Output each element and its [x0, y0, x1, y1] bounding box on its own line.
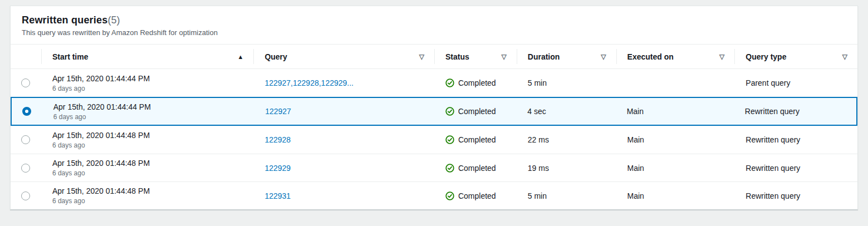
- column-header-label: Start time: [52, 52, 89, 61]
- status-badge: Completed: [445, 78, 496, 87]
- status-completed-icon: [445, 164, 454, 173]
- executed-on-cell: Main: [616, 126, 735, 154]
- duration-cell: 5 min: [517, 182, 616, 209]
- row-radio-button[interactable]: [21, 164, 30, 173]
- query-link[interactable]: 122927,122928,122929...: [264, 78, 354, 87]
- query-type-cell: Rewritten query: [734, 98, 856, 125]
- table-row[interactable]: Apr 15th, 2020 01:44:48 PM6 days ago1229…: [11, 126, 857, 154]
- column-header-query[interactable]: Query▽: [253, 45, 434, 68]
- table-row[interactable]: Apr 15th, 2020 01:44:48 PM6 days ago1229…: [11, 181, 857, 209]
- status-label: Completed: [458, 191, 496, 200]
- executed-on-value: Main: [627, 164, 644, 173]
- filter-icon[interactable]: ▽: [842, 53, 847, 61]
- column-header-label: Query: [264, 52, 287, 61]
- column-header-duration[interactable]: Duration▽: [517, 45, 616, 68]
- table-header-row: Start time▲Query▽Status▽Duration▽Execute…: [11, 45, 857, 69]
- row-radio-button[interactable]: [21, 135, 30, 144]
- query-link[interactable]: 122931: [264, 191, 291, 200]
- status-badge: Completed: [445, 191, 496, 200]
- start-time-value: Apr 15th, 2020 01:44:48 PM: [52, 158, 150, 168]
- status-badge: Completed: [445, 135, 496, 144]
- start-time-cell: Apr 15th, 2020 01:44:44 PM6 days ago: [41, 69, 253, 97]
- table-row[interactable]: Apr 15th, 2020 01:44:48 PM6 days ago1229…: [11, 154, 857, 181]
- column-header-executed-on[interactable]: Executed on▽: [616, 45, 735, 68]
- start-time-value: Apr 15th, 2020 01:44:48 PM: [52, 186, 150, 196]
- status-cell: Completed: [434, 69, 517, 97]
- panel-description: This query was rewritten by Amazon Redsh…: [22, 28, 846, 37]
- start-time-value: Apr 15th, 2020 01:44:48 PM: [52, 130, 150, 140]
- column-header-label: Duration: [528, 52, 560, 61]
- column-header-start-time[interactable]: Start time▲: [41, 45, 253, 68]
- executed-on-cell: Main: [616, 182, 735, 209]
- duration-value: 22 ms: [528, 135, 549, 144]
- start-time-value: Apr 15th, 2020 01:44:44 PM: [52, 73, 150, 83]
- query-cell: 122927,122928,122929...: [253, 69, 434, 97]
- start-time-cell: Apr 15th, 2020 01:44:48 PM6 days ago: [41, 154, 253, 181]
- relative-time: 6 days ago: [52, 84, 85, 93]
- query-cell: 122927: [254, 98, 434, 125]
- column-header-status[interactable]: Status▽: [434, 45, 517, 68]
- duration-value: 19 ms: [528, 164, 549, 173]
- status-badge: Completed: [445, 164, 496, 173]
- query-type-cell: Rewritten query: [734, 154, 857, 181]
- filter-icon[interactable]: ▽: [719, 53, 724, 61]
- duration-cell: 5 min: [517, 69, 616, 97]
- query-type-value: Rewritten query: [746, 164, 800, 173]
- filter-icon[interactable]: ▽: [419, 53, 424, 61]
- status-label: Completed: [458, 107, 496, 116]
- query-link[interactable]: 122929: [264, 164, 291, 173]
- relative-time: 6 days ago: [52, 196, 85, 205]
- executed-on-value: Main: [627, 107, 644, 116]
- selection-cell: [11, 154, 41, 181]
- executed-on-cell: Main: [616, 98, 734, 125]
- executed-on-value: Main: [627, 191, 644, 200]
- column-header-label: Query type: [746, 52, 786, 61]
- sort-ascending-icon[interactable]: ▲: [238, 53, 244, 60]
- panel-header: Rewritten queries(5) This query was rewr…: [11, 6, 857, 45]
- start-time-cell: Apr 15th, 2020 01:44:48 PM6 days ago: [41, 182, 253, 209]
- row-radio-button[interactable]: [21, 78, 30, 87]
- status-cell: Completed: [434, 126, 517, 154]
- duration-value: 5 min: [528, 78, 547, 87]
- status-cell: Completed: [434, 98, 517, 125]
- filter-icon[interactable]: ▽: [502, 53, 507, 61]
- relative-time: 6 days ago: [52, 169, 85, 178]
- query-type-cell: Rewritten query: [734, 182, 857, 209]
- query-cell: 122931: [253, 182, 434, 209]
- query-link[interactable]: 122927: [265, 107, 291, 116]
- relative-time: 6 days ago: [53, 112, 86, 121]
- query-type-value: Rewritten query: [746, 135, 800, 144]
- status-completed-icon: [445, 107, 454, 116]
- query-type-cell: Rewritten query: [734, 126, 857, 154]
- row-radio-button[interactable]: [21, 191, 30, 200]
- query-link[interactable]: 122928: [264, 135, 291, 144]
- query-type-cell: Parent query: [734, 69, 857, 97]
- selection-cell: [12, 98, 42, 125]
- row-radio-button[interactable]: [22, 107, 31, 116]
- status-badge: Completed: [445, 107, 496, 116]
- start-time-value: Apr 15th, 2020 01:44:44 PM: [53, 102, 151, 112]
- filter-icon[interactable]: ▽: [601, 53, 606, 61]
- start-time-cell: Apr 15th, 2020 01:44:44 PM6 days ago: [42, 98, 254, 125]
- start-time-cell: Apr 15th, 2020 01:44:48 PM6 days ago: [41, 126, 253, 154]
- page-title: Rewritten queries: [22, 14, 107, 26]
- query-cell: 122928: [253, 126, 434, 154]
- query-type-value: Parent query: [746, 78, 790, 87]
- column-header-label: Executed on: [627, 52, 674, 61]
- column-header-label: Status: [445, 52, 469, 61]
- status-label: Completed: [458, 78, 496, 87]
- selection-column-header: [11, 45, 41, 68]
- relative-time: 6 days ago: [52, 141, 85, 150]
- query-type-value: Rewritten query: [745, 107, 800, 116]
- duration-value: 5 min: [528, 191, 547, 200]
- selection-cell: [11, 182, 41, 209]
- status-label: Completed: [458, 164, 496, 173]
- status-completed-icon: [445, 78, 454, 87]
- table-row[interactable]: Apr 15th, 2020 01:44:44 PM6 days ago1229…: [11, 69, 857, 97]
- duration-cell: 4 sec: [516, 98, 615, 125]
- duration-value: 4 sec: [527, 107, 546, 116]
- table-row[interactable]: Apr 15th, 2020 01:44:44 PM6 days ago1229…: [11, 97, 857, 126]
- selection-cell: [11, 69, 41, 97]
- column-header-query-type[interactable]: Query type▽: [734, 45, 857, 68]
- selection-cell: [11, 126, 41, 154]
